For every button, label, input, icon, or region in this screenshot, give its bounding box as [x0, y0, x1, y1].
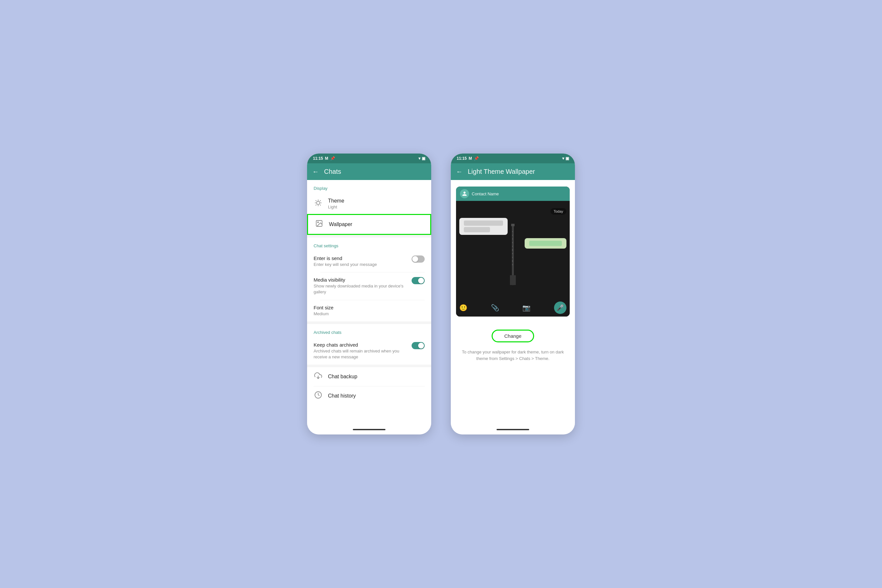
battery-icon-right: ▣: [566, 156, 569, 161]
status-bar-left: 11:15 M 📌 ▾ ▣: [307, 153, 431, 164]
keep-chats-archived-toggle[interactable]: [412, 342, 424, 349]
mail-icon: M: [325, 156, 328, 161]
time-right: 11:15: [457, 156, 467, 161]
wallpaper-title: Wallpaper: [329, 222, 424, 227]
enter-is-send-text: Enter is send Enter key will send your m…: [314, 255, 406, 267]
left-phone: 11:15 M 📌 ▾ ▣ ← Chats Display: [307, 153, 431, 435]
media-visibility-text: Media visibility Show newly downloaded m…: [314, 277, 406, 295]
wallpaper-text: Wallpaper: [329, 222, 424, 227]
font-size-title: Font size: [314, 305, 424, 310]
change-btn-container: Change: [451, 323, 575, 349]
time-left: 11:15: [313, 156, 323, 161]
enter-is-send-title: Enter is send: [314, 255, 406, 261]
chat-backup-text: Chat backup: [328, 374, 424, 380]
svg-rect-21: [512, 253, 513, 254]
wifi-icon-right: ▾: [562, 156, 564, 161]
enter-is-send-item[interactable]: Enter is send Enter key will send your m…: [314, 251, 431, 272]
svg-line-6: [320, 204, 321, 205]
sent-bubble-1: [525, 238, 567, 249]
keep-chats-archived-subtitle: Archived chats will remain archived when…: [314, 348, 406, 360]
change-wallpaper-button[interactable]: Change: [492, 330, 534, 342]
preview-chat-header: Contact Name: [456, 186, 570, 201]
back-button[interactable]: ←: [312, 168, 319, 176]
chat-backup-title: Chat backup: [328, 374, 424, 380]
msg-time-bubble: Today: [550, 208, 567, 214]
svg-rect-23: [512, 261, 513, 262]
svg-rect-20: [512, 250, 513, 250]
page-title-wallpaper: Light Theme Wallpaper: [468, 168, 535, 176]
font-size-subtitle: Medium: [314, 311, 424, 317]
svg-rect-19: [512, 246, 513, 247]
chats-top-bar: ← Chats: [307, 164, 431, 180]
svg-point-0: [316, 201, 320, 204]
svg-rect-17: [512, 238, 513, 240]
chats-settings-content: Display Theme Light: [307, 180, 431, 427]
theme-text: Theme Light: [328, 198, 424, 209]
contact-avatar: [460, 189, 469, 198]
chat-backup-item[interactable]: Chat backup: [307, 367, 431, 386]
chat-settings-group: Enter is send Enter key will send your m…: [307, 251, 431, 321]
font-size-item[interactable]: Font size Medium: [314, 300, 431, 321]
pin-icon: 📌: [330, 156, 335, 161]
font-size-text: Font size Medium: [314, 305, 424, 317]
divider-1: [307, 235, 431, 237]
keep-chats-archived-item[interactable]: Keep chats archived Archived chats will …: [314, 338, 431, 364]
preview-contact-name: Contact Name: [472, 191, 499, 196]
preview-input-bar: 🙂 📎 📷 🎤: [456, 299, 570, 316]
wallpaper-content: Contact Name: [451, 180, 575, 427]
home-indicator-right: [451, 427, 575, 435]
svg-rect-14: [511, 224, 515, 226]
enter-is-send-subtitle: Enter key will send your message: [314, 262, 406, 267]
back-button-right[interactable]: ←: [456, 168, 462, 176]
theme-title: Theme: [328, 198, 424, 204]
wallpaper-setting-item[interactable]: Wallpaper: [307, 214, 431, 235]
media-visibility-subtitle: Show newly downloaded media in your devi…: [314, 283, 406, 295]
wallpaper-hint-text: To change your wallpaper for dark theme,…: [451, 349, 575, 368]
display-section-header: Display: [307, 180, 431, 194]
svg-rect-24: [512, 264, 513, 265]
spacer-bottom-left: [307, 405, 431, 425]
theme-subtitle: Light: [328, 204, 424, 209]
mic-button: 🎤: [554, 302, 567, 314]
status-bar-right-left: 11:15 M 📌: [457, 156, 479, 161]
media-visibility-title: Media visibility: [314, 277, 406, 283]
preview-messages-area: Today: [456, 201, 570, 299]
right-phone: 11:15 M 📌 ▾ ▣ ← Light Theme Wallpaper Co…: [451, 153, 575, 435]
wallpaper-building-bg: [456, 201, 570, 299]
enter-is-send-toggle[interactable]: [412, 255, 424, 262]
received-bubble-1: [459, 218, 508, 235]
chat-settings-header: Chat settings: [307, 237, 431, 251]
battery-icon: ▣: [422, 156, 425, 161]
theme-icon: [314, 199, 323, 209]
keep-chats-archived-text: Keep chats archived Archived chats will …: [314, 342, 406, 360]
wallpaper-icon: [315, 219, 324, 230]
camera-icon: 📷: [522, 304, 531, 312]
mail-icon-right: M: [469, 156, 472, 161]
home-bar-right: [496, 429, 529, 430]
chat-history-item[interactable]: Chat history: [307, 387, 431, 405]
emoji-icon: 🙂: [459, 304, 468, 312]
svg-point-10: [318, 222, 318, 223]
wallpaper-top-bar: ← Light Theme Wallpaper: [451, 164, 575, 180]
svg-rect-22: [512, 257, 513, 258]
wallpaper-preview: Contact Name: [456, 186, 570, 316]
media-visibility-toggle[interactable]: [412, 277, 424, 284]
svg-line-7: [320, 200, 321, 201]
svg-line-5: [315, 200, 316, 201]
home-indicator-left: [307, 427, 431, 435]
status-bar-right-icons: ▾ ▣: [418, 156, 425, 161]
divider-3: [307, 364, 431, 367]
media-visibility-item[interactable]: Media visibility Show newly downloaded m…: [314, 273, 431, 300]
page-title-chats: Chats: [324, 168, 341, 176]
chat-history-icon: [314, 391, 323, 401]
theme-setting-item[interactable]: Theme Light: [307, 194, 431, 214]
status-bar-right-icons-r: ▾ ▣: [562, 156, 569, 161]
archived-chats-header: Archived chats: [307, 324, 431, 338]
svg-rect-16: [512, 235, 513, 236]
chat-backup-icon: [314, 372, 323, 381]
pin-icon-right: 📌: [474, 156, 479, 161]
archived-chats-group: Keep chats archived Archived chats will …: [307, 338, 431, 364]
chat-history-text: Chat history: [328, 393, 424, 399]
svg-rect-18: [512, 242, 513, 243]
status-bar-right: 11:15 M 📌 ▾ ▣: [451, 153, 575, 164]
